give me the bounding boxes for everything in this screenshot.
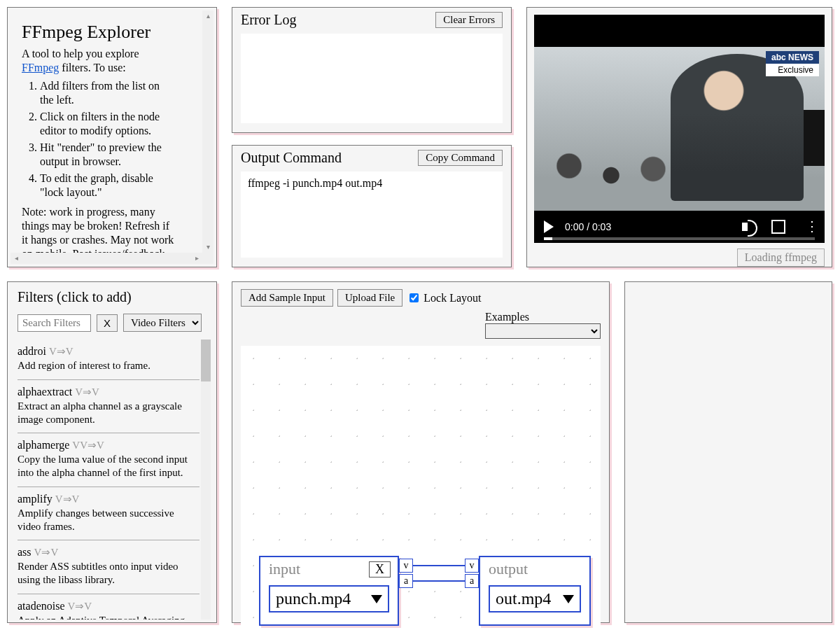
about-scroll-area[interactable]: FFmpeg Explorer A tool to help you explo…: [10, 10, 214, 264]
news-tag-label: Exclusive: [766, 64, 819, 76]
preview-status-badge: Loading ffmpeg: [737, 248, 825, 267]
input-file-name: punch.mp4: [276, 589, 351, 608]
scene-crowd: [541, 141, 681, 204]
port-audio-in[interactable]: a: [465, 574, 479, 588]
filter-item[interactable]: atadenoise V⇒V Apply an Adaptive Tempora…: [18, 594, 200, 620]
filter-name: addroi: [18, 345, 46, 357]
play-icon[interactable]: [544, 220, 554, 233]
node-editor-panel: Add Sample Input Upload File Lock Layout…: [232, 281, 610, 623]
filter-item[interactable]: addroi V⇒V Add region of interest to fra…: [18, 340, 200, 380]
filter-description: Copy the luma value of the second input …: [18, 453, 200, 479]
video-player[interactable]: abc NEWS Exclusive 0:00 / 0:03: [534, 15, 825, 243]
filter-description: Render ASS subtitles onto input video us…: [18, 560, 200, 587]
error-log-title: Error Log: [241, 12, 296, 28]
filter-signature: VV⇒V: [72, 440, 104, 451]
upload-file-button[interactable]: Upload File: [337, 289, 402, 307]
lock-layout-checkbox[interactable]: [410, 293, 419, 302]
filter-item[interactable]: alphaextract V⇒V Extract an alpha channe…: [18, 380, 200, 434]
video-controls: 0:00 / 0:03: [534, 211, 825, 243]
search-input[interactable]: [18, 314, 91, 332]
output-file-name: out.mp4: [496, 589, 551, 608]
examples-label: Examples: [485, 311, 601, 323]
error-log-panel: Error Log Clear Errors: [232, 7, 512, 133]
filter-name: amplify: [18, 493, 52, 505]
filter-signature: V⇒V: [68, 601, 92, 612]
filters-title: Filters (click to add): [8, 289, 216, 309]
node-input[interactable]: input X punch.mp4: [259, 556, 399, 626]
video-letterbox: [534, 15, 825, 47]
port-video-out[interactable]: v: [399, 559, 413, 573]
app-title: FFmpeg Explorer: [22, 22, 174, 43]
port-video-in[interactable]: v: [465, 559, 479, 573]
output-command-panel: Output Command Copy Command ffmpeg -i pu…: [232, 145, 512, 267]
about-step: To edit the graph, disable "lock layout.…: [40, 172, 174, 200]
clear-search-button[interactable]: X: [97, 314, 118, 332]
copy-command-button[interactable]: Copy Command: [418, 150, 503, 166]
filter-item[interactable]: ass V⇒V Render ASS subtitles onto input …: [18, 540, 200, 594]
node-remove-button[interactable]: X: [369, 561, 391, 578]
filter-signature: V⇒V: [55, 493, 80, 505]
node-output[interactable]: output out.mp4: [479, 556, 591, 626]
news-network-label: abc NEWS: [766, 51, 819, 64]
scroll-down-icon[interactable]: ▾: [202, 241, 214, 253]
preview-panel: abc NEWS Exclusive 0:00 / 0:03 Loading f…: [526, 7, 832, 267]
filter-description: Extract an alpha channel as a grayscale …: [18, 400, 200, 426]
filter-signature: V⇒V: [49, 346, 74, 357]
error-log-content: [241, 34, 503, 123]
about-vscrollbar[interactable]: ▴ ▾: [202, 10, 214, 253]
about-step: Click on filters in the node editor to m…: [40, 110, 174, 138]
input-file-select[interactable]: punch.mp4: [269, 585, 389, 612]
about-intro-pre: A tool to help you explore: [22, 48, 139, 59]
filters-scrollbar[interactable]: [201, 340, 211, 620]
about-step: Hit "render" to preview the output in br…: [40, 141, 174, 169]
clear-errors-button[interactable]: Clear Errors: [435, 12, 503, 28]
filter-name: ass: [18, 546, 31, 558]
news-watermark: abc NEWS Exclusive: [766, 51, 819, 76]
lock-layout-toggle[interactable]: Lock Layout: [407, 291, 481, 304]
about-panel: FFmpeg Explorer A tool to help you explo…: [7, 7, 217, 267]
filter-type-select[interactable]: Video Filters: [123, 314, 202, 332]
add-sample-input-button[interactable]: Add Sample Input: [241, 289, 333, 307]
output-command-text[interactable]: ffmpeg -i punch.mp4 out.mp4: [241, 172, 503, 258]
output-command-title: Output Command: [241, 150, 342, 166]
fullscreen-icon[interactable]: [771, 220, 785, 234]
filter-signature: V⇒V: [34, 547, 59, 558]
filter-description: Amplify changes between successive video…: [18, 507, 200, 533]
ffmpeg-link[interactable]: FFmpeg: [22, 62, 59, 74]
about-intro: A tool to help you explore FFmpeg filter…: [22, 47, 174, 75]
video-menu-icon[interactable]: [801, 220, 815, 234]
filter-name: atadenoise: [18, 600, 65, 612]
about-intro-post: filters. To use:: [59, 62, 125, 74]
filter-name: alphamerge: [18, 439, 69, 451]
wire-audio: [413, 580, 465, 582]
scroll-right-icon[interactable]: ▸: [191, 253, 202, 264]
port-audio-out[interactable]: a: [399, 574, 413, 588]
filter-description: Add region of interest to frame.: [18, 359, 200, 372]
scrollbar-thumb[interactable]: [201, 340, 211, 382]
node-title: output: [489, 560, 528, 578]
lock-layout-label: Lock Layout: [424, 292, 481, 304]
about-step: Add filters from the list on the left.: [40, 79, 174, 107]
node-title: input: [269, 560, 300, 578]
filters-panel: Filters (click to add) X Video Filters a…: [7, 281, 217, 623]
scroll-left-icon[interactable]: ◂: [10, 253, 22, 264]
filter-name: alphaextract: [18, 386, 72, 398]
properties-panel: [624, 281, 832, 623]
scroll-up-icon[interactable]: ▴: [202, 10, 214, 22]
about-steps: Add filters from the list on the left. C…: [22, 79, 174, 200]
output-file-select[interactable]: out.mp4: [489, 585, 581, 612]
video-progress-bar[interactable]: [544, 237, 815, 240]
resize-grip-icon[interactable]: [202, 253, 214, 264]
chevron-down-icon: [371, 595, 382, 603]
volume-icon[interactable]: [742, 220, 756, 234]
filter-item[interactable]: amplify V⇒V Amplify changes between succ…: [18, 487, 200, 541]
video-time-display: 0:00 / 0:03: [565, 221, 611, 232]
filters-list[interactable]: addroi V⇒V Add region of interest to fra…: [18, 340, 200, 620]
examples-select[interactable]: [485, 323, 601, 339]
filter-item[interactable]: alphamerge VV⇒V Copy the luma value of t…: [18, 433, 200, 487]
filter-description: Apply an Adaptive Temporal Averaging Den…: [18, 614, 200, 620]
about-hscrollbar[interactable]: ◂ ▸: [10, 253, 202, 264]
filter-signature: V⇒V: [75, 386, 99, 398]
node-canvas[interactable]: input X punch.mp4 output out.mp4 v a v a: [241, 346, 601, 630]
chevron-down-icon: [563, 595, 574, 603]
